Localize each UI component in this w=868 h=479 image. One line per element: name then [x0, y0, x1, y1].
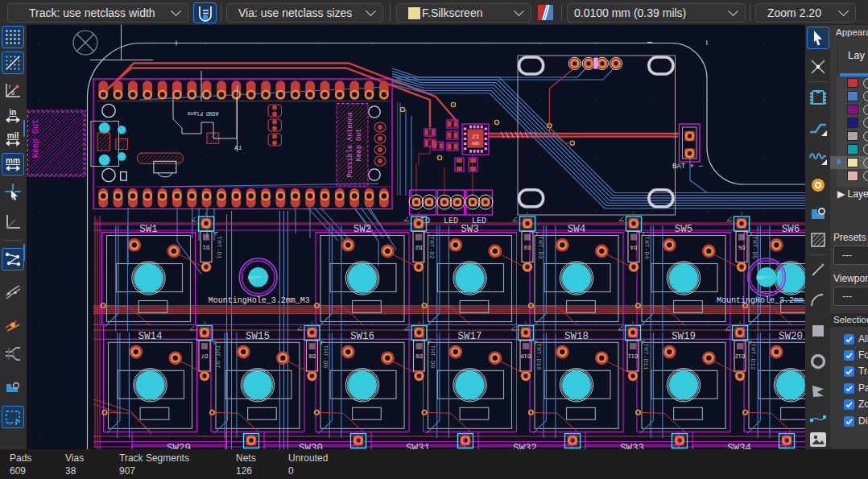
- svg-text:21: 21: [472, 133, 480, 140]
- svg-text:mil: mil: [7, 131, 19, 140]
- svg-text:SW18: SW18: [564, 331, 589, 342]
- svg-text:Keep Out: Keep Out: [355, 129, 363, 162]
- svg-text:D10: D10: [521, 353, 531, 359]
- svg-text:SW19: SW19: [672, 331, 696, 342]
- svg-text:D3: D3: [524, 244, 531, 250]
- svg-text:THT-D7: THT-D7: [214, 345, 221, 369]
- svg-text:THT-D11: THT-D11: [643, 343, 650, 370]
- svg-text:THT-D3: THT-D3: [537, 236, 544, 259]
- svg-text:SW6: SW6: [782, 224, 800, 235]
- svg-text:A1: A1: [234, 144, 242, 151]
- svg-text:SW2: SW2: [353, 224, 372, 235]
- svg-text:AGND Plane: AGND Plane: [187, 110, 218, 116]
- svg-text:SW3: SW3: [461, 224, 479, 235]
- svg-text:D7: D7: [201, 353, 208, 359]
- svg-text:GND: GND: [472, 142, 479, 147]
- svg-text:D5: D5: [738, 244, 745, 250]
- svg-text:SW30: SW30: [299, 443, 323, 449]
- svg-text:SW16: SW16: [350, 331, 374, 342]
- svg-text:MountingHole_3.2mm_M3: MountingHole_3.2mm_M3: [717, 296, 805, 305]
- svg-text:THT-D1: THT-D1: [216, 236, 223, 259]
- svg-text:D1: D1: [203, 244, 209, 250]
- svg-text:THT-D5: THT-D5: [751, 236, 758, 259]
- svg-text:MountingHole_3.2mm_M3: MountingHole_3.2mm_M3: [209, 296, 310, 305]
- svg-text:D9: D9: [415, 353, 422, 359]
- svg-text:REF**: REF**: [756, 275, 771, 281]
- svg-text:SW34: SW34: [727, 443, 751, 449]
- svg-text:D8: D8: [308, 353, 315, 359]
- svg-text:SW20: SW20: [779, 331, 803, 342]
- svg-text:REF**: REF**: [248, 275, 262, 281]
- svg-text:Keep Out: Keep Out: [31, 119, 40, 158]
- svg-text:D2: D2: [415, 244, 422, 250]
- svg-text:LED: LED: [444, 217, 458, 225]
- svg-text:THT-D9: THT-D9: [429, 345, 436, 369]
- svg-text:D11: D11: [628, 353, 639, 359]
- svg-text:THT-D10: THT-D10: [535, 343, 543, 370]
- svg-text:SW4: SW4: [568, 224, 586, 235]
- svg-text:SW29: SW29: [167, 443, 191, 449]
- svg-text:THT-D4: THT-D4: [643, 236, 651, 259]
- svg-text:BAT + −: BAT + −: [672, 163, 703, 171]
- svg-text:THT-D2: THT-D2: [428, 236, 436, 259]
- svg-text:THT-D8: THT-D8: [322, 345, 329, 369]
- svg-text:SW5: SW5: [675, 224, 693, 235]
- svg-text:mm: mm: [6, 156, 20, 165]
- svg-text:SW32: SW32: [513, 443, 537, 449]
- svg-text:SW1: SW1: [139, 224, 158, 235]
- svg-text:SW14: SW14: [138, 331, 162, 342]
- svg-text:SW17: SW17: [457, 331, 482, 342]
- svg-text:D12: D12: [735, 353, 746, 359]
- svg-text:SW33: SW33: [620, 443, 644, 449]
- svg-text:D4: D4: [630, 244, 637, 250]
- svg-text:θ: θ: [11, 89, 14, 97]
- svg-text:Possible Antenna: Possible Antenna: [346, 112, 354, 178]
- svg-text:in: in: [10, 108, 17, 117]
- svg-text:SW15: SW15: [246, 331, 270, 342]
- svg-text:THT-D12: THT-D12: [750, 343, 757, 370]
- svg-text:SW31: SW31: [406, 443, 430, 449]
